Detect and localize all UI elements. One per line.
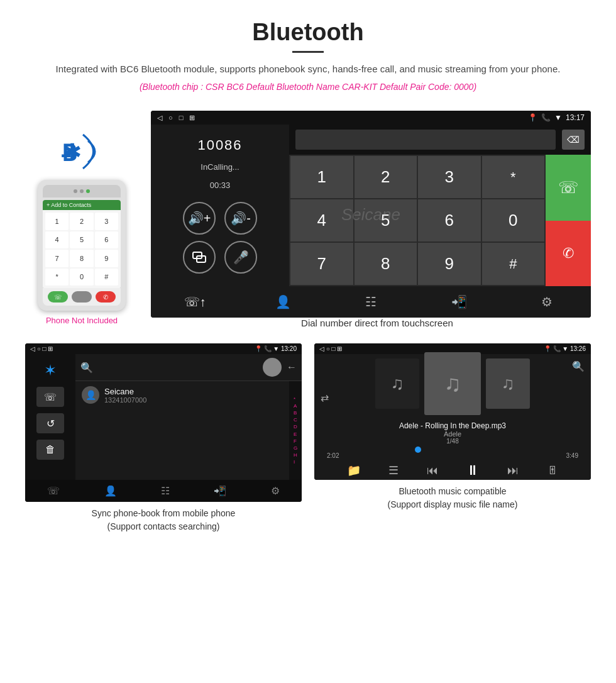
music-time-current: 2:02	[327, 452, 339, 459]
pb-avatar-circle	[263, 358, 282, 377]
mic-button[interactable]: 🎤	[224, 241, 257, 274]
nav-contacts-icon[interactable]: 👤	[270, 292, 295, 311]
nav-transfer-icon[interactable]: 📲	[446, 292, 471, 311]
dial-input-field[interactable]	[295, 130, 556, 150]
music-list-icon[interactable]: ☰	[388, 464, 399, 477]
music-note-main: ♫	[444, 370, 461, 397]
key-hash[interactable]: #	[482, 243, 545, 285]
key-7[interactable]: 7	[290, 243, 353, 285]
phone-key-3: 3	[95, 213, 118, 230]
answer-call-button[interactable]: ☏	[546, 155, 591, 221]
nav-keypad-icon[interactable]: ☷	[358, 292, 383, 311]
phone-key-6: 6	[95, 231, 118, 249]
key-2[interactable]: 2	[355, 156, 417, 198]
pb-back-icon: ←	[287, 362, 297, 373]
music-equalizer-icon[interactable]: 🎚	[547, 464, 558, 477]
key-6[interactable]: 6	[418, 199, 481, 242]
volume-up-button[interactable]: 🔊+	[183, 202, 216, 235]
music-status-right: 📍 📞 ▼ 13:26	[544, 345, 586, 352]
dial-right-panel: ⌫ 1 2 3 * 4 5 6 0 7 8	[289, 125, 591, 286]
title-divider	[292, 51, 324, 53]
volume-down-button[interactable]: 🔊-	[224, 202, 257, 235]
delete-sidebar-button[interactable]: 🗑	[36, 440, 64, 460]
music-play-icon[interactable]: ⏸	[466, 462, 480, 479]
phone-key-star: *	[45, 269, 69, 286]
search-icon: 🔍	[80, 362, 93, 374]
music-content: 🔍 ⇄ ♫ ♫ ♫ Adele - Rolling	[314, 354, 591, 480]
pb-contact-list: 👤 Seicane 13241007000	[75, 381, 289, 480]
dial-bottom-nav: ☏↑ 👤 ☷ 📲 ⚙	[151, 286, 591, 318]
location-icon: 📍	[528, 113, 537, 122]
signal-arcs-svg: Ƀ	[57, 130, 107, 174]
shuffle-icon[interactable]: ⇄	[321, 392, 329, 404]
bottom-screenshots: ◁ ○ □ ⊞ 📍 📞 ▼ 13:20 ✶ ☏ ↺ 🗑 🔍	[0, 343, 616, 533]
phone-key-1: 1	[45, 213, 69, 230]
album-art-right: ♫	[486, 358, 530, 409]
key-star[interactable]: *	[482, 156, 545, 198]
nav-settings-icon[interactable]: ⚙	[534, 292, 559, 311]
keypad-area: 1 2 3 * 4 5 6 0 7 8 9 #	[289, 155, 591, 286]
music-info: Adele - Rolling In the Deep.mp3 Adele 1/…	[399, 421, 506, 445]
pb-nav-transfer[interactable]: 📲	[214, 485, 226, 497]
key-0[interactable]: 0	[482, 199, 545, 242]
status-bar-nav: ◁ ○ □ ⊞	[157, 114, 195, 122]
phonebook-bottom-nav: ☏ 👤 ☷ 📲 ⚙	[25, 480, 302, 502]
music-screen: ◁ ○ □ ⊞ 📍 📞 ▼ 13:26 🔍 ⇄ ♫ ♫ ♫	[314, 343, 591, 480]
end-call-button[interactable]: ✆	[546, 221, 591, 287]
phone-header	[43, 185, 121, 197]
dial-android-screen: ◁ ○ □ ⊞ 📍 📞 ▼ 13:17 10086 InCalling...	[151, 111, 591, 318]
progress-dot[interactable]	[415, 447, 421, 453]
pb-contact-row[interactable]: 👤 Seicane 13241007000	[75, 381, 289, 409]
phonebook-sidebar: ✶ ☏ ↺ 🗑	[25, 354, 75, 480]
music-controls: 📁 ☰ ⏮ ⏸ ⏭ 🎚	[321, 459, 585, 480]
pb-alpha-index: *ABCDEFGHI	[289, 381, 302, 480]
phonebook-caption: Sync phone-book from mobile phone (Suppo…	[25, 507, 302, 533]
pb-nav-settings[interactable]: ⚙	[271, 485, 280, 497]
main-content-area: ✱ Ƀ + Add to Contacts 1 2 3 4	[0, 111, 616, 338]
phonebook-screen: ◁ ○ □ ⊞ 📍 📞 ▼ 13:20 ✶ ☏ ↺ 🗑 🔍	[25, 343, 302, 502]
status-bar-right: 📍 📞 ▼ 13:17	[528, 113, 585, 122]
transfer-icon	[192, 250, 207, 265]
key-4[interactable]: 4	[290, 199, 353, 242]
music-caption-line1: Bluetooth music compatible	[399, 486, 506, 496]
pb-nav-phone[interactable]: ☏	[47, 485, 60, 497]
key-1[interactable]: 1	[290, 156, 353, 198]
phonebook-nav-icons: ◁ ○ □ ⊞	[30, 345, 53, 352]
recent-icon: □	[179, 114, 184, 122]
nav-phone-icon[interactable]: ☏↑	[182, 292, 207, 311]
call-timer: 00:33	[210, 180, 231, 190]
pb-nav-grid[interactable]: ☷	[161, 485, 170, 497]
bluetooth-signal: ✱ Ƀ	[57, 130, 107, 174]
main-screen-wrapper: ◁ ○ □ ⊞ 📍 📞 ▼ 13:17 10086 InCalling...	[151, 111, 603, 338]
music-search-icon[interactable]: 🔍	[572, 360, 585, 372]
page-title: Bluetooth	[25, 19, 591, 46]
music-next-icon[interactable]: ⏭	[507, 464, 519, 477]
music-note-left: ♫	[391, 374, 404, 394]
key-5[interactable]: 5	[355, 199, 417, 242]
album-art-main: ♫	[424, 352, 481, 415]
music-prev-icon[interactable]: ⏮	[427, 464, 438, 477]
backspace-button[interactable]: ⌫	[562, 130, 585, 150]
pb-search-row: 🔍 ←	[75, 354, 302, 381]
pb-contact-name: Seicane	[104, 387, 283, 396]
home-icon: ○	[168, 114, 173, 122]
pb-contact-avatar: 👤	[82, 386, 99, 404]
pb-contact-number: 13241007000	[104, 396, 283, 404]
key-3[interactable]: 3	[418, 156, 481, 198]
sync-sidebar-button[interactable]: ↺	[36, 413, 64, 433]
phone-bottom: ☏ ✆	[43, 288, 121, 306]
phone-key-hash: #	[95, 269, 118, 286]
music-folder-icon[interactable]: 📁	[347, 464, 361, 477]
key-8[interactable]: 8	[355, 243, 417, 285]
music-note-right: ♫	[502, 374, 515, 394]
phone-key-4: 4	[45, 231, 69, 249]
phone-key-5: 5	[70, 231, 93, 249]
dial-left-panel: 10086 InCalling... 00:33 🔊+ 🔊- 🎤	[151, 125, 289, 286]
key-9[interactable]: 9	[418, 243, 481, 285]
transfer-button[interactable]	[183, 241, 216, 274]
pb-nav-contacts[interactable]: 👤	[104, 485, 117, 497]
pb-contact-info: Seicane 13241007000	[104, 387, 283, 404]
call-sidebar-button[interactable]: ☏	[36, 387, 64, 407]
call-status: InCalling...	[201, 162, 239, 172]
page-description: Integrated with BC6 Bluetooth module, su…	[25, 62, 591, 77]
